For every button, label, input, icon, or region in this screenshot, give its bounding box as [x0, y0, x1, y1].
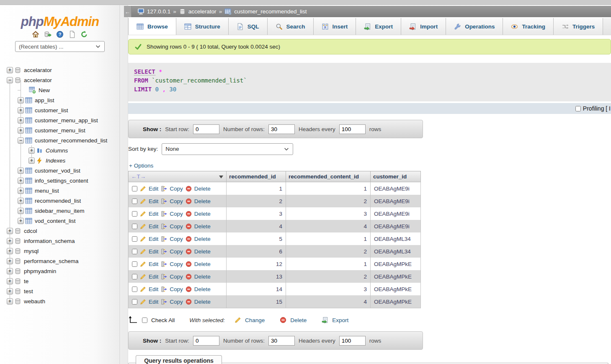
start-row-input[interactable] [193, 336, 219, 346]
expand-toggle[interactable]: + [7, 288, 13, 294]
row-checkbox[interactable] [132, 211, 137, 217]
edit-link[interactable]: Edit [149, 223, 158, 230]
delete-link[interactable]: Delete [194, 236, 211, 242]
tab-triggers[interactable]: Triggers [554, 18, 603, 35]
num-rows-input[interactable] [268, 124, 295, 134]
profiling-checkbox[interactable] [575, 106, 581, 111]
tree-item-New[interactable]: New [0, 85, 120, 95]
refresh-icon[interactable] [80, 31, 88, 38]
tree-item-customer_vod_list[interactable]: + customer_vod_list [0, 165, 120, 176]
edit-link[interactable]: Edit [149, 248, 158, 255]
row-checkbox[interactable] [132, 261, 137, 267]
breadcrumb-link[interactable]: 127.0.0.1 [147, 8, 170, 15]
copy-link[interactable]: Copy [170, 299, 183, 305]
tree-item-menu_list[interactable]: + menu_list [0, 186, 120, 196]
collapse-sidebar-button[interactable]: ← [124, 6, 131, 17]
row-checkbox[interactable] [132, 287, 137, 292]
expand-toggle[interactable]: + [18, 107, 24, 114]
copy-link[interactable]: Copy [170, 274, 183, 280]
row-checkbox[interactable] [132, 199, 137, 204]
tab-structure[interactable]: Structure [176, 18, 229, 35]
options-toggle[interactable]: + Options [129, 163, 153, 169]
expand-toggle[interactable]: + [7, 258, 13, 264]
delete-link[interactable]: Delete [194, 286, 211, 292]
tab-insert[interactable]: Insert [314, 18, 356, 35]
tab-browse[interactable]: Browse [128, 18, 176, 35]
tree-item-cdcol[interactable]: + cdcol [0, 226, 120, 236]
tree-item-app_list[interactable]: + app_list [0, 95, 120, 105]
expand-toggle[interactable]: + [18, 117, 24, 124]
delete-link[interactable]: Delete [194, 198, 211, 204]
row-checkbox[interactable] [132, 236, 137, 242]
expand-toggle[interactable]: + [28, 147, 35, 154]
copy-link[interactable]: Copy [170, 236, 183, 242]
expand-toggle[interactable]: + [7, 67, 13, 73]
expand-toggle[interactable]: + [18, 218, 24, 224]
edit-link[interactable]: Edit [149, 286, 158, 292]
tree-item-vod_content_list[interactable]: + vod_content_list [0, 216, 120, 226]
doc-icon[interactable] [68, 31, 76, 38]
tab-sql[interactable]: SQL [229, 18, 268, 35]
tab-import[interactable]: Import [401, 18, 446, 35]
row-direction-glyph[interactable]: ←T→ [131, 173, 146, 180]
copy-link[interactable]: Copy [170, 198, 183, 204]
delete-link[interactable]: Delete [194, 223, 211, 230]
sidebar-resize-strip[interactable] [121, 5, 128, 364]
expand-toggle[interactable]: + [18, 178, 24, 184]
edit-link[interactable]: Edit [149, 261, 158, 267]
breadcrumb-link[interactable]: accelerator [188, 8, 217, 15]
edit-link[interactable]: Edit [149, 186, 158, 192]
copy-link[interactable]: Copy [170, 211, 183, 217]
tab-tracking[interactable]: Tracking [503, 18, 554, 35]
tree-item-sidebar_menu_item[interactable]: + sidebar_menu_item [0, 206, 120, 216]
tree-item-accelarator[interactable]: + accelarator [0, 65, 120, 75]
row-checkbox[interactable] [132, 249, 137, 254]
row-checkbox[interactable] [132, 274, 137, 279]
expand-toggle[interactable]: + [18, 198, 24, 204]
delete-link[interactable]: Delete [194, 299, 211, 305]
tree-item-Columns[interactable]: + Columns [0, 145, 120, 155]
breadcrumb-link[interactable]: customer_recommended_list [234, 8, 307, 15]
copy-link[interactable]: Copy [170, 186, 183, 192]
column-header-recommended-id[interactable]: recommended_id [227, 171, 286, 182]
collapse-toggle[interactable]: − [18, 137, 24, 144]
tree-item-phpmyadmin[interactable]: + phpmyadmin [0, 266, 120, 276]
tree-item-test[interactable]: + test [0, 286, 120, 296]
sort-descending-icon[interactable] [219, 174, 224, 179]
tree-item-customer_recommended_list[interactable]: − customer_recommended_list [0, 135, 120, 145]
export-selected-link[interactable]: Export [332, 317, 348, 323]
headers-every-input[interactable] [339, 336, 366, 346]
expand-toggle[interactable]: + [7, 278, 13, 284]
delete-link[interactable]: Delete [194, 274, 211, 280]
tree-item-recommended_list[interactable]: + recommended_list [0, 196, 120, 206]
tree-item-customer_list[interactable]: + customer_list [0, 105, 120, 115]
edit-link[interactable]: Edit [149, 198, 158, 204]
copy-link[interactable]: Copy [170, 261, 183, 267]
expand-toggle[interactable]: + [18, 188, 24, 194]
help-icon[interactable]: ? [56, 31, 64, 38]
tree-item-customer_menu_app_list[interactable]: + customer_menu_app_list [0, 115, 120, 125]
tree-item-Indexes[interactable]: + Indexes [0, 155, 120, 165]
tree-item-accelerator[interactable]: − accelerator [0, 75, 120, 85]
expand-toggle[interactable]: + [18, 127, 24, 134]
tree-item-info_settings_content[interactable]: + info_settings_content [0, 176, 120, 186]
edit-link[interactable]: Edit [149, 211, 158, 217]
edit-link[interactable]: Edit [149, 236, 158, 242]
exit-icon[interactable] [44, 31, 52, 38]
tree-item-mysql[interactable]: + mysql [0, 246, 120, 256]
delete-link[interactable]: Delete [194, 248, 211, 255]
check-all-checkbox[interactable] [142, 318, 147, 323]
expand-toggle[interactable]: + [18, 208, 24, 214]
expand-toggle[interactable]: + [18, 97, 24, 103]
check-all-label[interactable]: Check All [151, 317, 175, 323]
tree-item-te[interactable]: + te [0, 276, 120, 286]
tab-search[interactable]: Search [268, 18, 314, 35]
expand-toggle[interactable]: + [7, 268, 13, 274]
expand-toggle[interactable]: + [7, 238, 13, 244]
tab-export[interactable]: Export [356, 18, 401, 35]
expand-toggle[interactable]: + [28, 157, 35, 164]
copy-link[interactable]: Copy [170, 248, 183, 255]
tree-item-performance_schema[interactable]: + performance_schema [0, 256, 120, 266]
sort-by-key-select[interactable]: None [162, 143, 293, 155]
expand-toggle[interactable]: + [7, 228, 13, 234]
